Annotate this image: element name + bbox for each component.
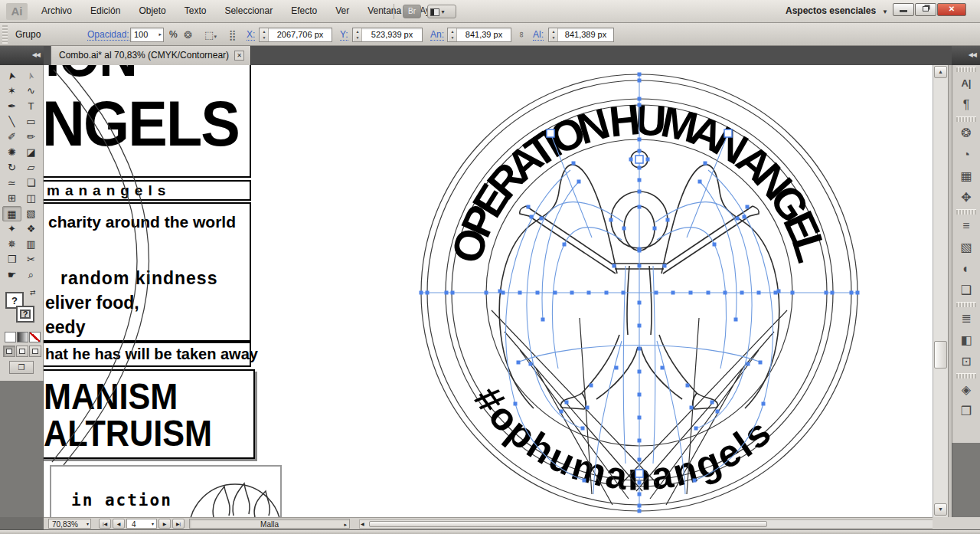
tool-line-segment[interactable]: ╲: [2, 114, 21, 129]
dock-group-gripper[interactable]: [956, 373, 976, 378]
screen-mode-button[interactable]: ❐: [9, 361, 34, 374]
menu-edicion[interactable]: Edición: [81, 0, 129, 22]
seal-bottom-text[interactable]: #ophumanangels: [466, 378, 781, 499]
scroll-down-icon[interactable]: ▼: [934, 503, 947, 516]
width-field[interactable]: ▲▼841,39 px: [447, 28, 511, 42]
artwork-line-random[interactable]: random kindness: [60, 268, 217, 289]
artwork-line-needy[interactable]: eedy: [45, 317, 85, 338]
menu-archivo[interactable]: Archivo: [32, 0, 81, 22]
artwork-headline-line1[interactable]: ION: [45, 65, 136, 89]
recolor-artwork-icon[interactable]: ❂: [181, 28, 195, 42]
dock-group-gripper[interactable]: [956, 209, 976, 215]
tool-mesh[interactable]: ▦: [2, 206, 21, 221]
opacity-label[interactable]: Opacidad:: [87, 29, 129, 41]
tools-collapse-button[interactable]: ◀◀: [0, 46, 44, 65]
status-menu-icon[interactable]: ▸: [344, 519, 347, 529]
tool-blend[interactable]: ❖: [21, 221, 41, 237]
scroll-left-icon[interactable]: ◀: [361, 521, 364, 526]
tool-scale[interactable]: ▱: [21, 160, 41, 175]
workspace-switcher[interactable]: Aspectos esenciales▼: [786, 0, 888, 23]
artwork-paragraph-box[interactable]: charity around the world random kindness…: [44, 202, 251, 342]
tool-gradient[interactable]: ▧: [21, 206, 41, 221]
transform-panel-icon[interactable]: ⊡: [956, 351, 977, 372]
color-panel-icon[interactable]: ❂: [956, 123, 977, 143]
panel-gripper[interactable]: [2, 25, 8, 44]
tool-rotate[interactable]: ↻: [2, 160, 21, 175]
tool-symbol-sprayer[interactable]: ✵: [2, 237, 21, 252]
arrange-documents-button[interactable]: ▾: [427, 5, 456, 18]
minimize-button[interactable]: [893, 3, 914, 16]
symbols-panel-icon[interactable]: ✥: [956, 187, 977, 208]
vertical-scroll-thumb[interactable]: [934, 341, 947, 369]
status-display[interactable]: Malla ▸: [189, 519, 350, 529]
artwork-headline-box[interactable]: ION NGELS: [44, 65, 251, 178]
paragraph-panel-icon[interactable]: ¶: [956, 94, 977, 115]
menu-texto[interactable]: Texto: [175, 0, 216, 22]
gradient-swatch-button[interactable]: [17, 332, 28, 342]
tool-blob-brush[interactable]: ✺: [2, 145, 21, 160]
opacity-field[interactable]: 100 ▸: [130, 28, 164, 42]
artwork-line-taken[interactable]: hat he has will be taken away: [45, 346, 258, 363]
tool-width[interactable]: ≃: [2, 175, 21, 191]
artwork-line-deliver[interactable]: eliver food,: [45, 293, 139, 313]
menu-objeto[interactable]: Objeto: [129, 0, 175, 22]
horizontal-scroll-thumb[interactable]: [369, 521, 767, 527]
artboard-number-field[interactable]: 4 ▾: [126, 519, 157, 529]
select-similar-icon[interactable]: ⬚▾: [201, 28, 220, 42]
artwork-block-box[interactable]: MANISM ALTRUISM: [44, 369, 255, 459]
stepper-icon[interactable]: ▲▼: [449, 28, 457, 41]
tool-zoom[interactable]: ⌕: [21, 267, 41, 283]
tool-eraser[interactable]: ◪: [21, 145, 41, 160]
anchor-points[interactable]: [420, 73, 860, 513]
horizontal-scrollbar[interactable]: ◀ ▶: [359, 519, 949, 529]
menu-ver[interactable]: Ver: [326, 0, 358, 22]
swatches-panel-icon[interactable]: ▦: [956, 165, 977, 186]
tool-perspective-grid[interactable]: ◫: [21, 191, 41, 206]
y-field[interactable]: ▲▼523,939 px: [352, 28, 423, 42]
color-swatch-button[interactable]: [5, 332, 16, 342]
dock-group-gripper[interactable]: [956, 302, 976, 307]
artwork-quote-box[interactable]: hat he has will be taken away: [44, 342, 251, 367]
color-guide-panel-icon[interactable]: ◔: [956, 144, 977, 165]
seal-circles[interactable]: [421, 74, 858, 511]
tool-type[interactable]: T: [21, 99, 41, 114]
pathfinder-panel-icon[interactable]: ◧: [956, 329, 977, 350]
document-tab[interactable]: Combo.ai* al 70,83% (CMYK/Contornear)✕: [51, 46, 251, 65]
selected-mesh-paths[interactable]: [421, 74, 858, 511]
y-label[interactable]: Y:: [340, 29, 348, 41]
tool-hand[interactable]: ☛: [2, 267, 21, 283]
tool-pencil[interactable]: ✏: [21, 129, 41, 145]
scroll-up-icon[interactable]: ▲: [934, 66, 947, 78]
last-artboard-button[interactable]: ▶|: [172, 519, 185, 529]
height-label[interactable]: Al:: [533, 29, 544, 41]
layers-panel-icon[interactable]: ◈: [956, 379, 977, 400]
artwork-inaction-text[interactable]: in action: [71, 491, 172, 509]
zoom-level-field[interactable]: 70,83% ▾: [48, 519, 91, 529]
draw-inside-mode-button[interactable]: [29, 346, 41, 357]
stroke-panel-icon[interactable]: ≡: [956, 215, 977, 236]
dock-group-gripper[interactable]: [956, 116, 976, 122]
dock-group-gripper[interactable]: [956, 67, 976, 72]
vertical-scrollbar[interactable]: ▲ ▼: [933, 65, 948, 517]
angel-figure[interactable]: [492, 151, 787, 505]
menu-efecto[interactable]: Efecto: [282, 0, 326, 22]
x-label[interactable]: X:: [247, 29, 255, 41]
menu-seleccionar[interactable]: Seleccionar: [215, 0, 282, 22]
previous-artboard-button[interactable]: ◀: [113, 519, 125, 529]
artwork-headline-line2[interactable]: NGELS: [44, 87, 239, 161]
tool-rectangle[interactable]: ▭: [21, 114, 41, 129]
canvas[interactable]: ION NGELS manangels charity around the w…: [44, 65, 933, 517]
gradient-panel-icon[interactable]: ▧: [956, 237, 977, 257]
bridge-button[interactable]: Br: [403, 5, 421, 18]
spin-icon[interactable]: ▸: [158, 31, 162, 38]
appearance-panel-icon[interactable]: ❑: [956, 280, 977, 300]
close-document-icon[interactable]: ✕: [234, 51, 244, 61]
artwork-hashtag-text[interactable]: manangels: [47, 182, 171, 199]
tool-direct-selection[interactable]: ➢: [21, 68, 41, 84]
stepper-icon[interactable]: ▲▼: [550, 28, 558, 41]
x-field[interactable]: ▲▼2067,706 px: [259, 28, 332, 42]
tool-artboard[interactable]: ❒: [2, 252, 21, 267]
character-panel-icon[interactable]: A|: [956, 73, 977, 93]
tool-pen[interactable]: ✒: [2, 99, 21, 114]
link-dimensions-icon[interactable]: ∞: [514, 28, 529, 42]
